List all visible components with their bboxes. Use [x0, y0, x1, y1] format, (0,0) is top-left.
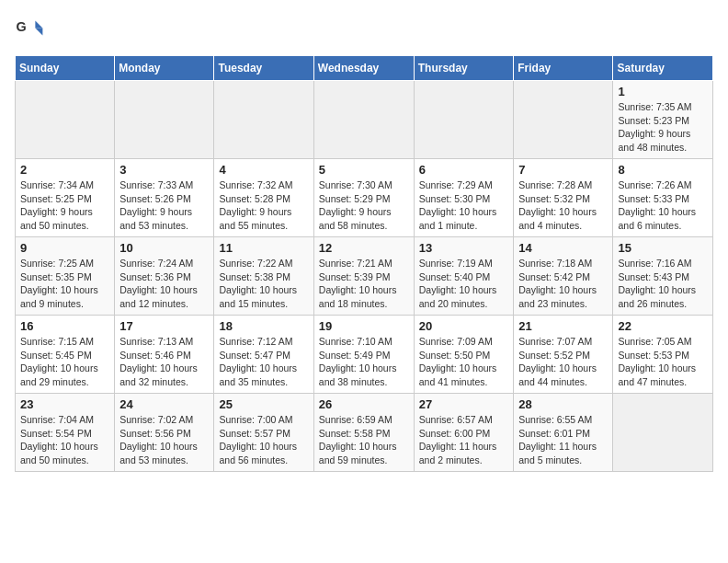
day-info: Sunrise: 7:10 AM Sunset: 5:49 PM Dayligh… — [319, 335, 409, 389]
day-number: 6 — [419, 163, 509, 177]
calendar-cell: 20Sunrise: 7:09 AM Sunset: 5:50 PM Dayli… — [414, 316, 514, 394]
calendar-week-row: 1Sunrise: 7:35 AM Sunset: 5:23 PM Daylig… — [16, 81, 713, 159]
calendar-cell: 15Sunrise: 7:16 AM Sunset: 5:43 PM Dayli… — [613, 237, 713, 316]
calendar-cell: 18Sunrise: 7:12 AM Sunset: 5:47 PM Dayli… — [214, 316, 313, 394]
day-number: 25 — [219, 397, 308, 411]
calendar-cell — [214, 81, 313, 159]
day-number: 23 — [20, 397, 109, 411]
day-info: Sunrise: 7:34 AM Sunset: 5:25 PM Dayligh… — [20, 178, 109, 233]
calendar-cell: 4Sunrise: 7:32 AM Sunset: 5:28 PM Daylig… — [214, 159, 313, 237]
day-number: 18 — [219, 319, 308, 333]
svg-marker-1 — [35, 20, 42, 28]
day-info: Sunrise: 7:15 AM Sunset: 5:45 PM Dayligh… — [20, 335, 109, 389]
day-number: 1 — [618, 85, 708, 98]
day-info: Sunrise: 7:30 AM Sunset: 5:29 PM Dayligh… — [319, 178, 409, 233]
day-number: 13 — [419, 241, 509, 255]
calendar-cell — [514, 81, 613, 159]
calendar-cell — [115, 81, 214, 159]
calendar-cell: 13Sunrise: 7:19 AM Sunset: 5:40 PM Dayli… — [414, 237, 514, 316]
logo: G — [15, 15, 46, 44]
calendar-header-friday: Friday — [514, 56, 613, 81]
day-info: Sunrise: 7:07 AM Sunset: 5:52 PM Dayligh… — [518, 335, 608, 389]
day-info: Sunrise: 7:02 AM Sunset: 5:56 PM Dayligh… — [119, 413, 209, 467]
day-number: 19 — [319, 319, 409, 333]
calendar-cell: 26Sunrise: 6:59 AM Sunset: 5:58 PM Dayli… — [313, 394, 414, 472]
calendar-cell: 11Sunrise: 7:22 AM Sunset: 5:38 PM Dayli… — [214, 237, 313, 316]
calendar-table: SundayMondayTuesdayWednesdayThursdayFrid… — [15, 55, 713, 472]
day-info: Sunrise: 7:04 AM Sunset: 5:54 PM Dayligh… — [20, 413, 109, 467]
calendar-cell — [313, 81, 414, 159]
day-info: Sunrise: 7:28 AM Sunset: 5:32 PM Dayligh… — [518, 178, 608, 233]
day-info: Sunrise: 7:18 AM Sunset: 5:42 PM Dayligh… — [518, 257, 608, 311]
day-info: Sunrise: 7:00 AM Sunset: 5:57 PM Dayligh… — [219, 413, 308, 467]
calendar-cell: 2Sunrise: 7:34 AM Sunset: 5:25 PM Daylig… — [16, 159, 115, 237]
calendar-cell: 24Sunrise: 7:02 AM Sunset: 5:56 PM Dayli… — [115, 394, 214, 472]
day-number: 7 — [518, 163, 608, 177]
calendar-cell — [16, 81, 115, 159]
calendar-cell: 25Sunrise: 7:00 AM Sunset: 5:57 PM Dayli… — [214, 394, 313, 472]
calendar-cell — [613, 394, 713, 472]
day-number: 24 — [119, 397, 209, 411]
calendar-cell: 12Sunrise: 7:21 AM Sunset: 5:39 PM Dayli… — [313, 237, 414, 316]
day-number: 9 — [20, 241, 109, 255]
calendar-cell: 28Sunrise: 6:55 AM Sunset: 6:01 PM Dayli… — [514, 394, 613, 472]
day-number: 27 — [419, 397, 509, 411]
calendar-cell: 17Sunrise: 7:13 AM Sunset: 5:46 PM Dayli… — [115, 316, 214, 394]
day-number: 28 — [518, 397, 608, 411]
calendar-week-row: 23Sunrise: 7:04 AM Sunset: 5:54 PM Dayli… — [16, 394, 713, 472]
calendar-header-row: SundayMondayTuesdayWednesdayThursdayFrid… — [16, 56, 713, 81]
calendar-header-thursday: Thursday — [414, 56, 514, 81]
day-info: Sunrise: 7:13 AM Sunset: 5:46 PM Dayligh… — [119, 335, 209, 389]
calendar-cell: 3Sunrise: 7:33 AM Sunset: 5:26 PM Daylig… — [115, 159, 214, 237]
calendar-week-row: 2Sunrise: 7:34 AM Sunset: 5:25 PM Daylig… — [16, 159, 713, 237]
calendar-cell: 9Sunrise: 7:25 AM Sunset: 5:35 PM Daylig… — [16, 237, 115, 316]
calendar-cell: 16Sunrise: 7:15 AM Sunset: 5:45 PM Dayli… — [16, 316, 115, 394]
calendar-cell: 14Sunrise: 7:18 AM Sunset: 5:42 PM Dayli… — [514, 237, 613, 316]
day-number: 3 — [119, 163, 209, 177]
day-number: 5 — [319, 163, 409, 177]
day-info: Sunrise: 7:24 AM Sunset: 5:36 PM Dayligh… — [119, 257, 209, 311]
calendar-cell: 22Sunrise: 7:05 AM Sunset: 5:53 PM Dayli… — [613, 316, 713, 394]
logo-icon: G — [15, 15, 44, 44]
calendar-week-row: 16Sunrise: 7:15 AM Sunset: 5:45 PM Dayli… — [16, 316, 713, 394]
calendar-header-monday: Monday — [115, 56, 214, 81]
day-info: Sunrise: 6:59 AM Sunset: 5:58 PM Dayligh… — [319, 413, 409, 467]
calendar-cell — [414, 81, 514, 159]
day-number: 10 — [119, 241, 209, 255]
day-number: 4 — [219, 163, 308, 177]
calendar-week-row: 9Sunrise: 7:25 AM Sunset: 5:35 PM Daylig… — [16, 237, 713, 316]
day-info: Sunrise: 7:32 AM Sunset: 5:28 PM Dayligh… — [219, 178, 308, 233]
day-info: Sunrise: 7:33 AM Sunset: 5:26 PM Dayligh… — [119, 178, 209, 233]
day-info: Sunrise: 7:12 AM Sunset: 5:47 PM Dayligh… — [219, 335, 308, 389]
day-info: Sunrise: 7:29 AM Sunset: 5:30 PM Dayligh… — [419, 178, 509, 233]
calendar-cell: 23Sunrise: 7:04 AM Sunset: 5:54 PM Dayli… — [16, 394, 115, 472]
svg-marker-2 — [35, 28, 42, 35]
day-info: Sunrise: 7:09 AM Sunset: 5:50 PM Dayligh… — [419, 335, 509, 389]
day-info: Sunrise: 7:22 AM Sunset: 5:38 PM Dayligh… — [219, 257, 308, 311]
day-number: 8 — [618, 163, 708, 177]
day-number: 12 — [319, 241, 409, 255]
day-info: Sunrise: 7:21 AM Sunset: 5:39 PM Dayligh… — [319, 257, 409, 311]
calendar-cell: 5Sunrise: 7:30 AM Sunset: 5:29 PM Daylig… — [313, 159, 414, 237]
day-number: 26 — [319, 397, 409, 411]
day-info: Sunrise: 6:57 AM Sunset: 6:00 PM Dayligh… — [419, 413, 509, 467]
day-info: Sunrise: 7:05 AM Sunset: 5:53 PM Dayligh… — [618, 335, 708, 389]
calendar-header-saturday: Saturday — [613, 56, 713, 81]
day-number: 16 — [20, 319, 109, 333]
day-info: Sunrise: 7:16 AM Sunset: 5:43 PM Dayligh… — [618, 257, 708, 311]
calendar-header-tuesday: Tuesday — [214, 56, 313, 81]
day-info: Sunrise: 7:26 AM Sunset: 5:33 PM Dayligh… — [618, 178, 708, 233]
svg-text:G: G — [17, 19, 27, 34]
calendar-header-sunday: Sunday — [16, 56, 115, 81]
day-number: 14 — [518, 241, 608, 255]
day-number: 22 — [618, 319, 708, 333]
day-number: 2 — [20, 163, 109, 177]
day-number: 11 — [219, 241, 308, 255]
calendar-cell: 7Sunrise: 7:28 AM Sunset: 5:32 PM Daylig… — [514, 159, 613, 237]
day-info: Sunrise: 7:25 AM Sunset: 5:35 PM Dayligh… — [20, 257, 109, 311]
day-number: 17 — [119, 319, 209, 333]
calendar-cell: 8Sunrise: 7:26 AM Sunset: 5:33 PM Daylig… — [613, 159, 713, 237]
page-header: G — [15, 15, 713, 44]
calendar-cell: 10Sunrise: 7:24 AM Sunset: 5:36 PM Dayli… — [115, 237, 214, 316]
day-number: 21 — [518, 319, 608, 333]
